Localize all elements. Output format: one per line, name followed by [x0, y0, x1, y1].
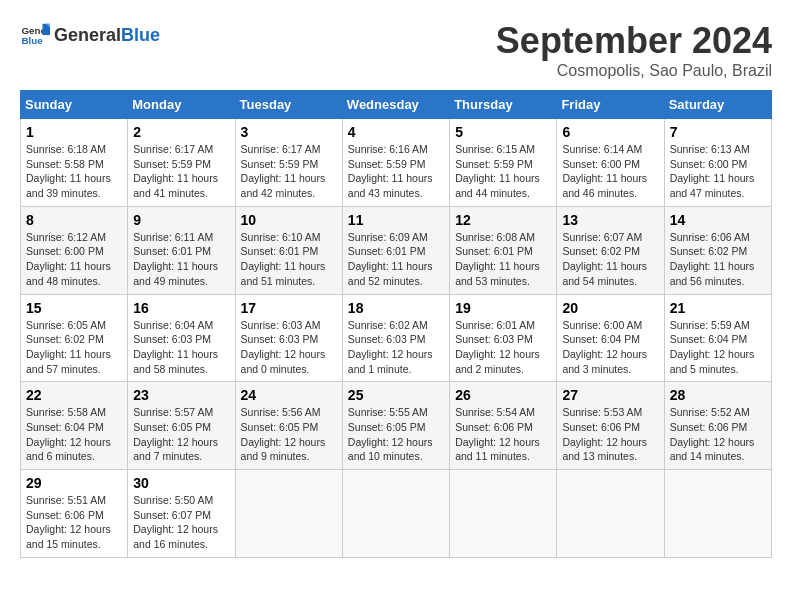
table-cell: 21 Sunrise: 5:59 AM Sunset: 6:04 PM Dayl…	[664, 294, 771, 382]
table-cell: 13 Sunrise: 6:07 AM Sunset: 6:02 PM Dayl…	[557, 206, 664, 294]
day-number: 18	[348, 300, 444, 316]
day-info: Sunrise: 5:50 AM Sunset: 6:07 PM Dayligh…	[133, 493, 229, 552]
day-info: Sunrise: 6:15 AM Sunset: 5:59 PM Dayligh…	[455, 142, 551, 201]
table-cell: 30 Sunrise: 5:50 AM Sunset: 6:07 PM Dayl…	[128, 470, 235, 558]
table-cell: 6 Sunrise: 6:14 AM Sunset: 6:00 PM Dayli…	[557, 119, 664, 207]
day-info: Sunrise: 5:52 AM Sunset: 6:06 PM Dayligh…	[670, 405, 766, 464]
day-info: Sunrise: 5:51 AM Sunset: 6:06 PM Dayligh…	[26, 493, 122, 552]
table-cell: 16 Sunrise: 6:04 AM Sunset: 6:03 PM Dayl…	[128, 294, 235, 382]
day-info: Sunrise: 6:01 AM Sunset: 6:03 PM Dayligh…	[455, 318, 551, 377]
table-cell: 19 Sunrise: 6:01 AM Sunset: 6:03 PM Dayl…	[450, 294, 557, 382]
day-number: 9	[133, 212, 229, 228]
col-monday: Monday	[128, 91, 235, 119]
day-number: 14	[670, 212, 766, 228]
title-block: September 2024 Cosmopolis, Sao Paulo, Br…	[496, 20, 772, 80]
table-cell: 18 Sunrise: 6:02 AM Sunset: 6:03 PM Dayl…	[342, 294, 449, 382]
logo-general-text: General	[54, 25, 121, 46]
day-number: 30	[133, 475, 229, 491]
table-cell: 4 Sunrise: 6:16 AM Sunset: 5:59 PM Dayli…	[342, 119, 449, 207]
day-info: Sunrise: 6:14 AM Sunset: 6:00 PM Dayligh…	[562, 142, 658, 201]
table-cell: 11 Sunrise: 6:09 AM Sunset: 6:01 PM Dayl…	[342, 206, 449, 294]
calendar-table: Sunday Monday Tuesday Wednesday Thursday…	[20, 90, 772, 558]
calendar-row: 22 Sunrise: 5:58 AM Sunset: 6:04 PM Dayl…	[21, 382, 772, 470]
day-number: 3	[241, 124, 337, 140]
table-cell: 28 Sunrise: 5:52 AM Sunset: 6:06 PM Dayl…	[664, 382, 771, 470]
day-info: Sunrise: 6:09 AM Sunset: 6:01 PM Dayligh…	[348, 230, 444, 289]
day-number: 4	[348, 124, 444, 140]
page-header: General Blue GeneralBlue September 2024 …	[20, 20, 772, 80]
logo-blue-text: Blue	[121, 25, 160, 46]
col-friday: Friday	[557, 91, 664, 119]
table-cell: 29 Sunrise: 5:51 AM Sunset: 6:06 PM Dayl…	[21, 470, 128, 558]
day-info: Sunrise: 6:13 AM Sunset: 6:00 PM Dayligh…	[670, 142, 766, 201]
calendar-row: 8 Sunrise: 6:12 AM Sunset: 6:00 PM Dayli…	[21, 206, 772, 294]
table-cell: 20 Sunrise: 6:00 AM Sunset: 6:04 PM Dayl…	[557, 294, 664, 382]
table-cell: 9 Sunrise: 6:11 AM Sunset: 6:01 PM Dayli…	[128, 206, 235, 294]
table-cell	[664, 470, 771, 558]
calendar-row: 1 Sunrise: 6:18 AM Sunset: 5:58 PM Dayli…	[21, 119, 772, 207]
day-info: Sunrise: 5:55 AM Sunset: 6:05 PM Dayligh…	[348, 405, 444, 464]
col-wednesday: Wednesday	[342, 91, 449, 119]
table-cell	[342, 470, 449, 558]
table-cell: 10 Sunrise: 6:10 AM Sunset: 6:01 PM Dayl…	[235, 206, 342, 294]
day-info: Sunrise: 6:07 AM Sunset: 6:02 PM Dayligh…	[562, 230, 658, 289]
col-sunday: Sunday	[21, 91, 128, 119]
table-cell: 7 Sunrise: 6:13 AM Sunset: 6:00 PM Dayli…	[664, 119, 771, 207]
day-number: 24	[241, 387, 337, 403]
day-info: Sunrise: 6:18 AM Sunset: 5:58 PM Dayligh…	[26, 142, 122, 201]
day-number: 5	[455, 124, 551, 140]
col-thursday: Thursday	[450, 91, 557, 119]
table-cell: 3 Sunrise: 6:17 AM Sunset: 5:59 PM Dayli…	[235, 119, 342, 207]
day-number: 15	[26, 300, 122, 316]
day-info: Sunrise: 5:54 AM Sunset: 6:06 PM Dayligh…	[455, 405, 551, 464]
table-cell: 22 Sunrise: 5:58 AM Sunset: 6:04 PM Dayl…	[21, 382, 128, 470]
day-number: 13	[562, 212, 658, 228]
table-cell: 27 Sunrise: 5:53 AM Sunset: 6:06 PM Dayl…	[557, 382, 664, 470]
table-cell	[450, 470, 557, 558]
day-info: Sunrise: 6:10 AM Sunset: 6:01 PM Dayligh…	[241, 230, 337, 289]
table-cell: 5 Sunrise: 6:15 AM Sunset: 5:59 PM Dayli…	[450, 119, 557, 207]
logo: General Blue GeneralBlue	[20, 20, 160, 50]
day-info: Sunrise: 6:02 AM Sunset: 6:03 PM Dayligh…	[348, 318, 444, 377]
day-info: Sunrise: 6:04 AM Sunset: 6:03 PM Dayligh…	[133, 318, 229, 377]
day-number: 10	[241, 212, 337, 228]
day-number: 22	[26, 387, 122, 403]
day-info: Sunrise: 6:12 AM Sunset: 6:00 PM Dayligh…	[26, 230, 122, 289]
day-info: Sunrise: 6:08 AM Sunset: 6:01 PM Dayligh…	[455, 230, 551, 289]
day-info: Sunrise: 6:11 AM Sunset: 6:01 PM Dayligh…	[133, 230, 229, 289]
day-info: Sunrise: 6:03 AM Sunset: 6:03 PM Dayligh…	[241, 318, 337, 377]
day-info: Sunrise: 6:06 AM Sunset: 6:02 PM Dayligh…	[670, 230, 766, 289]
day-info: Sunrise: 6:17 AM Sunset: 5:59 PM Dayligh…	[241, 142, 337, 201]
day-info: Sunrise: 6:17 AM Sunset: 5:59 PM Dayligh…	[133, 142, 229, 201]
day-info: Sunrise: 5:58 AM Sunset: 6:04 PM Dayligh…	[26, 405, 122, 464]
day-number: 21	[670, 300, 766, 316]
day-number: 25	[348, 387, 444, 403]
calendar-header-row: Sunday Monday Tuesday Wednesday Thursday…	[21, 91, 772, 119]
table-cell: 1 Sunrise: 6:18 AM Sunset: 5:58 PM Dayli…	[21, 119, 128, 207]
day-number: 27	[562, 387, 658, 403]
day-number: 7	[670, 124, 766, 140]
table-cell: 24 Sunrise: 5:56 AM Sunset: 6:05 PM Dayl…	[235, 382, 342, 470]
day-number: 26	[455, 387, 551, 403]
table-cell: 2 Sunrise: 6:17 AM Sunset: 5:59 PM Dayli…	[128, 119, 235, 207]
col-tuesday: Tuesday	[235, 91, 342, 119]
day-number: 23	[133, 387, 229, 403]
day-number: 19	[455, 300, 551, 316]
day-number: 12	[455, 212, 551, 228]
day-number: 28	[670, 387, 766, 403]
logo-icon: General Blue	[20, 20, 50, 50]
day-number: 16	[133, 300, 229, 316]
day-number: 2	[133, 124, 229, 140]
table-cell	[235, 470, 342, 558]
day-number: 17	[241, 300, 337, 316]
day-number: 1	[26, 124, 122, 140]
table-cell: 14 Sunrise: 6:06 AM Sunset: 6:02 PM Dayl…	[664, 206, 771, 294]
day-number: 11	[348, 212, 444, 228]
table-cell: 25 Sunrise: 5:55 AM Sunset: 6:05 PM Dayl…	[342, 382, 449, 470]
col-saturday: Saturday	[664, 91, 771, 119]
day-number: 8	[26, 212, 122, 228]
table-cell: 26 Sunrise: 5:54 AM Sunset: 6:06 PM Dayl…	[450, 382, 557, 470]
day-info: Sunrise: 5:57 AM Sunset: 6:05 PM Dayligh…	[133, 405, 229, 464]
month-title: September 2024	[496, 20, 772, 62]
table-cell: 15 Sunrise: 6:05 AM Sunset: 6:02 PM Dayl…	[21, 294, 128, 382]
